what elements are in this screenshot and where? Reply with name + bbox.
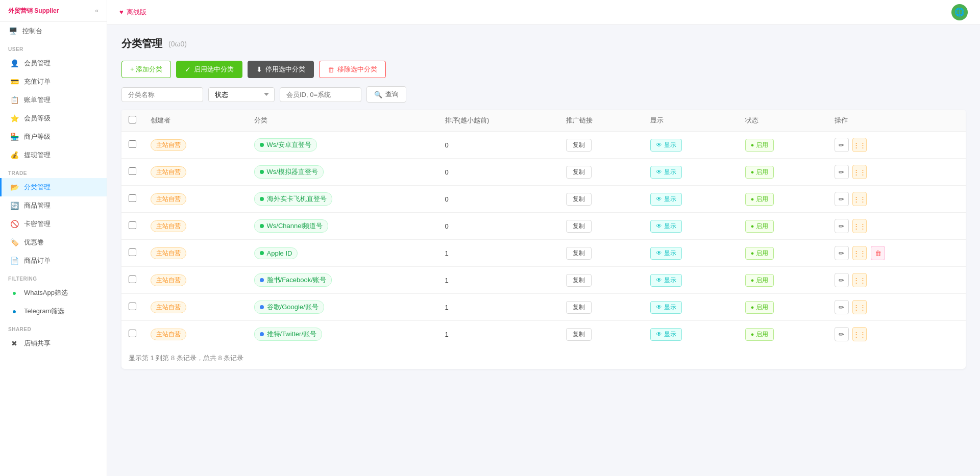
section-label-shared: SHARED [0, 320, 107, 334]
sort-button-4[interactable]: ⋮⋮ [852, 219, 867, 233]
enable-toggle-3[interactable]: ● 启用 [745, 193, 774, 206]
member-id-input[interactable] [280, 87, 361, 102]
row-checkbox-7[interactable] [129, 303, 136, 310]
col-display: 显示 [643, 110, 738, 132]
table-row: 主站自营 脸书/Facebook/账号 1 复制 👁 显示 ● 启用 ✏ ⋮⋮ [121, 267, 966, 294]
sidebar-item-category-mgmt[interactable]: 📂 分类管理 [0, 178, 107, 196]
sort-button-2[interactable]: ⋮⋮ [852, 165, 867, 179]
sidebar-item-dashboard[interactable]: 🖥️ 控制台 [0, 22, 107, 40]
table-row: 主站自营 Ws/安卓直登号 0 复制 👁 显示 ● 启用 ✏ ⋮⋮ [121, 132, 966, 159]
row-checkbox-1[interactable] [129, 140, 136, 148]
actions-cell: ✏ ⋮⋮ [827, 321, 966, 348]
enable-toggle-4[interactable]: ● 启用 [745, 220, 774, 233]
sort-button-6[interactable]: ⋮⋮ [852, 273, 867, 287]
sidebar-item-withdraw-mgmt[interactable]: 💰 提现管理 [0, 146, 107, 164]
edit-button-8[interactable]: ✏ [835, 327, 849, 341]
row-checkbox-2[interactable] [129, 167, 136, 175]
enable-toggle-8[interactable]: ● 启用 [745, 328, 774, 341]
sidebar-item-recharge-orders[interactable]: 💳 充值订单 [0, 72, 107, 91]
show-toggle-7[interactable]: 👁 显示 [650, 301, 682, 314]
col-category-extra [373, 110, 438, 132]
enable-toggle-7[interactable]: ● 启用 [745, 301, 774, 314]
row-checkbox-3[interactable] [129, 194, 136, 202]
creator-tag-3[interactable]: 主站自营 [151, 193, 186, 205]
edit-button-5[interactable]: ✏ [835, 246, 849, 260]
dashboard-label: 控制台 [22, 27, 42, 36]
copy-button-3[interactable]: 复制 [566, 193, 592, 206]
show-toggle-1[interactable]: 👁 显示 [650, 139, 682, 152]
sidebar-item-merchant-level[interactable]: 🏪 商户等级 [0, 128, 107, 146]
creator-tag-6[interactable]: 主站自营 [151, 274, 186, 286]
status-select[interactable]: 状态 启用 停用 [208, 87, 275, 102]
copy-button-4[interactable]: 复制 [566, 220, 592, 233]
copy-button-5[interactable]: 复制 [566, 247, 592, 260]
row-checkbox-8[interactable] [129, 330, 136, 337]
copy-button-7[interactable]: 复制 [566, 301, 592, 314]
category-cell: Ws/Channel频道号 [247, 213, 438, 240]
coupon-icon: 🏷️ [10, 238, 19, 247]
sidebar-item-card-mgmt[interactable]: 🚫 卡密管理 [0, 215, 107, 233]
sidebar-item-product-orders[interactable]: 📄 商品订单 [0, 252, 107, 270]
search-button[interactable]: 🔍 查询 [366, 86, 406, 103]
edit-button-3[interactable]: ✏ [835, 192, 849, 206]
search-label: 查询 [385, 90, 399, 99]
category-cell: 海外实卡飞机直登号 [247, 186, 438, 213]
sidebar-item-whatsapp-filter[interactable]: ● WhatsApp筛选 [0, 284, 107, 302]
show-toggle-3[interactable]: 👁 显示 [650, 193, 682, 206]
sidebar-item-product-mgmt[interactable]: 🔄 商品管理 [0, 196, 107, 215]
sidebar-collapse-icon[interactable]: « [95, 7, 99, 14]
category-icon: 📂 [10, 183, 19, 192]
show-toggle-4[interactable]: 👁 显示 [650, 220, 682, 233]
row-checkbox-cell [121, 294, 143, 321]
sort-button-3[interactable]: ⋮⋮ [852, 192, 867, 206]
creator-tag-7[interactable]: 主站自营 [151, 302, 186, 313]
edit-button-7[interactable]: ✏ [835, 300, 849, 314]
add-category-button[interactable]: + 添加分类 [121, 61, 171, 78]
sidebar-item-bill-mgmt[interactable]: 📋 账单管理 [0, 91, 107, 109]
edit-button-1[interactable]: ✏ [835, 138, 849, 152]
sidebar-item-store-share[interactable]: ✖ 店铺共享 [0, 334, 107, 353]
creator-tag-5[interactable]: 主站自营 [151, 247, 186, 259]
category-badge-3: 海外实卡飞机直登号 [254, 192, 332, 206]
disable-selected-button[interactable]: ⬇ 停用选中分类 [248, 61, 314, 78]
creator-tag-2[interactable]: 主站自营 [151, 166, 186, 178]
delete-button-5[interactable]: 🗑 [871, 246, 885, 260]
sort-button-1[interactable]: ⋮⋮ [852, 138, 867, 152]
creator-tag-4[interactable]: 主站自营 [151, 220, 186, 232]
copy-button-6[interactable]: 复制 [566, 274, 592, 287]
copy-button-2[interactable]: 复制 [566, 166, 592, 179]
sort-cell: 0 [438, 186, 559, 213]
creator-tag-1[interactable]: 主站自营 [151, 139, 186, 151]
enable-toggle-2[interactable]: ● 启用 [745, 166, 774, 179]
enable-toggle-5[interactable]: ● 启用 [745, 247, 774, 260]
show-toggle-8[interactable]: 👁 显示 [650, 328, 682, 341]
sidebar-item-member-level[interactable]: ⭐ 会员等级 [0, 109, 107, 128]
sort-button-8[interactable]: ⋮⋮ [852, 327, 867, 341]
remove-selected-button[interactable]: 🗑 移除选中分类 [319, 61, 386, 78]
category-name-input[interactable] [121, 87, 203, 102]
row-checkbox-6[interactable] [129, 275, 136, 283]
edit-button-4[interactable]: ✏ [835, 219, 849, 233]
enable-toggle-6[interactable]: ● 启用 [745, 274, 774, 287]
edit-button-2[interactable]: ✏ [835, 165, 849, 179]
show-toggle-5[interactable]: 👁 显示 [650, 247, 682, 260]
show-toggle-2[interactable]: 👁 显示 [650, 166, 682, 179]
enable-selected-button[interactable]: ✓ 启用选中分类 [176, 61, 242, 78]
enable-toggle-1[interactable]: ● 启用 [745, 139, 774, 152]
copy-button-1[interactable]: 复制 [566, 139, 592, 152]
globe-icon[interactable]: 🌐 [951, 4, 968, 20]
sidebar-item-telegram-filter[interactable]: ● Telegram筛选 [0, 302, 107, 320]
sort-button-7[interactable]: ⋮⋮ [852, 300, 867, 314]
creator-tag-8[interactable]: 主站自营 [151, 329, 186, 340]
edit-button-6[interactable]: ✏ [835, 273, 849, 287]
copy-button-8[interactable]: 复制 [566, 328, 592, 341]
creator-cell: 主站自营 [143, 240, 247, 267]
sort-button-5[interactable]: ⋮⋮ [852, 246, 867, 260]
sidebar-item-member-mgmt[interactable]: 👤 会员管理 [0, 54, 107, 72]
row-checkbox-5[interactable] [129, 248, 136, 256]
row-checkbox-4[interactable] [129, 221, 136, 229]
select-all-checkbox[interactable] [129, 116, 136, 123]
show-toggle-6[interactable]: 👁 显示 [650, 274, 682, 287]
category-cell: 推特/Twitter/账号 [247, 321, 438, 348]
sidebar-item-coupon[interactable]: 🏷️ 优惠卷 [0, 233, 107, 252]
